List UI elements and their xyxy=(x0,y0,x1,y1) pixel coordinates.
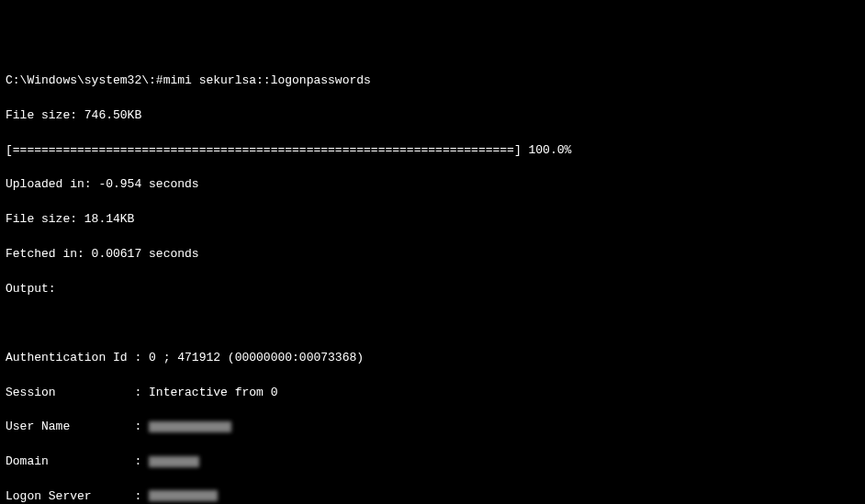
fetched-line: Fetched in: 0.00617 seconds xyxy=(6,246,859,263)
redacted-username xyxy=(149,421,231,432)
logon-server-label: Logon Server : xyxy=(6,489,149,503)
user-name-label: User Name : xyxy=(6,420,149,433)
progress-bar-line: [=======================================… xyxy=(6,142,859,160)
file-size-line: File size: 746.50KB xyxy=(6,107,859,125)
auth-id-line: Authentication Id : 0 ; 471912 (00000000… xyxy=(6,350,859,367)
uploaded-line: Uploaded in: -0.954 seconds xyxy=(6,176,859,194)
command-prompt-line: C:\Windows\system32\:#mimi sekurlsa::log… xyxy=(6,73,859,90)
blank-line xyxy=(6,315,859,332)
logon-server-line: Logon Server : xyxy=(6,488,859,504)
domain-label: Domain : xyxy=(6,454,149,468)
domain-line: Domain : xyxy=(6,454,859,471)
redacted-logon-server xyxy=(149,490,218,501)
redacted-domain xyxy=(149,456,199,467)
file-size-2-line: File size: 18.14KB xyxy=(6,211,859,229)
prompt-text: C:\Windows\system32\:#mimi sekurlsa::log… xyxy=(6,73,371,87)
session-line: Session : Interactive from 0 xyxy=(6,385,859,402)
user-name-line: User Name : xyxy=(6,419,859,436)
output-label-line: Output: xyxy=(6,281,859,298)
